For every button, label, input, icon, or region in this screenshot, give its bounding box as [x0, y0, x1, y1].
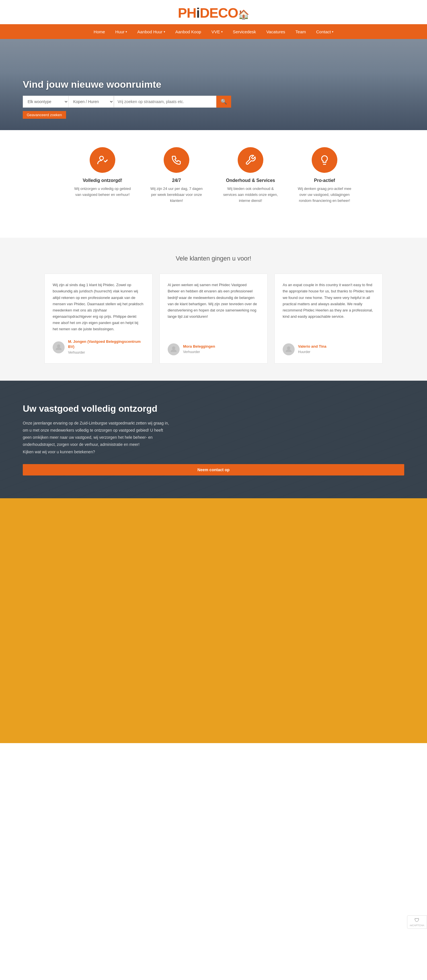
- author-role-2: Huurder: [298, 349, 326, 355]
- nav-home[interactable]: Home: [89, 24, 110, 39]
- nav-aanbod-huur[interactable]: Aanbod Huur ▾: [132, 24, 170, 39]
- author-name-1: Mora Beleggingen: [183, 344, 215, 349]
- nav-contact[interactable]: Contact ▾: [311, 24, 339, 39]
- testimonial-author-2: Valerio and Tina Huurder: [283, 344, 374, 355]
- author-role-1: Verhuurder: [183, 349, 215, 355]
- lightbulb-icon: [312, 147, 337, 173]
- author-role-0: Verhuurder: [68, 350, 144, 355]
- feature-ontzorgd: Volledig ontzorgd! Wij ontzorgen u volle…: [74, 147, 131, 204]
- svg-point-3: [287, 346, 290, 350]
- chevron-down-icon: ▾: [221, 30, 222, 33]
- logo[interactable]: PHiDECO🏠: [178, 5, 249, 21]
- svg-point-2: [172, 346, 175, 350]
- feature-title-0: Volledig ontzorgd!: [83, 178, 122, 183]
- svg-point-0: [100, 156, 103, 160]
- chevron-down-icon: ▾: [125, 30, 127, 33]
- testimonial-card-1: Al jaren werken wij samen met Phidec Vas…: [159, 274, 268, 364]
- chevron-down-icon: ▾: [163, 30, 165, 33]
- site-header: PHiDECO🏠: [0, 0, 427, 24]
- feature-desc-3: Wij denken graag pro-actief mee over uw …: [296, 186, 353, 204]
- feature-title-1: 24/7: [172, 178, 181, 183]
- nav-aanbod-koop[interactable]: Aanbod Koop: [170, 24, 206, 39]
- feature-247: 24/7 Wij zijn 24 uur per dag, 7 dagen pe…: [148, 147, 205, 204]
- feature-title-2: Onderhoud & Services: [226, 178, 275, 183]
- testimonial-text-2: As an expat couple in this country it wa…: [283, 282, 374, 337]
- chevron-down-icon: ▾: [332, 30, 333, 33]
- nav-servicedesk[interactable]: Servicedesk: [228, 24, 261, 39]
- avatar-0: [53, 341, 65, 353]
- hero-search-bar: Elk woontype Kopen / Huren 🔍: [23, 95, 427, 108]
- nav-vve[interactable]: VVE ▾: [206, 24, 228, 39]
- feature-desc-2: Wij bieden ook onderhoud & services aan …: [222, 186, 279, 204]
- avatar-2: [283, 344, 295, 355]
- action-type-select[interactable]: Kopen / Huren: [68, 95, 114, 108]
- testimonials-grid: Wij zijn al sinds dag 1 klant bij Phidec…: [23, 274, 404, 364]
- testimonial-text-1: Al jaren werken wij samen met Phidec Vas…: [168, 282, 259, 337]
- orange-section: [0, 498, 427, 743]
- search-icon: 🔍: [221, 99, 227, 105]
- testimonials-title: Vele klanten gingen u voor!: [23, 255, 404, 262]
- main-nav: Home Huur ▾ Aanbod Huur ▾ Aanbod Koop VV…: [0, 24, 427, 39]
- nav-team[interactable]: Team: [290, 24, 311, 39]
- prop-mgmt-title: Uw vastgoed volledig ontzorgd: [23, 403, 404, 414]
- contact-button[interactable]: Neem contact op: [23, 464, 404, 476]
- testimonial-card-0: Wij zijn al sinds dag 1 klant bij Phidec…: [44, 274, 152, 364]
- feature-proactief: Pro-actief Wij denken graag pro-actief m…: [296, 147, 353, 204]
- nav-vacatures[interactable]: Vacatures: [261, 24, 290, 39]
- nav-huur[interactable]: Huur ▾: [110, 24, 132, 39]
- testimonial-card-2: As an expat couple in this country it wa…: [275, 274, 383, 364]
- search-input[interactable]: [114, 95, 216, 108]
- feature-desc-1: Wij zijn 24 uur per dag, 7 dagen per wee…: [148, 186, 205, 204]
- svg-point-1: [57, 344, 60, 348]
- advanced-search-button[interactable]: Geavanceerd zoeken: [23, 111, 66, 119]
- testimonial-author-1: Mora Beleggingen Verhuurder: [168, 344, 259, 355]
- wrench-icon: [238, 147, 264, 173]
- search-button[interactable]: 🔍: [216, 95, 231, 108]
- features-section: Volledig ontzorgd! Wij ontzorgen u volle…: [0, 130, 427, 215]
- hero-section: Vind jouw nieuwe woonruimte Elk woontype…: [0, 39, 427, 130]
- avatar-1: [168, 344, 179, 355]
- property-type-select[interactable]: Elk woontype: [23, 95, 68, 108]
- feature-desc-0: Wij ontzorgen u volledig op gebied van v…: [74, 186, 131, 198]
- testimonial-text-0: Wij zijn al sinds dag 1 klant bij Phidec…: [53, 282, 144, 332]
- phone-icon: [163, 147, 189, 173]
- prop-mgmt-text: Onze jarenlange ervaring op de Zuid-Limb…: [23, 420, 171, 455]
- feature-onderhoud: Onderhoud & Services Wij bieden ook onde…: [222, 147, 279, 204]
- person-check-icon: [90, 147, 115, 173]
- testimonial-author-0: M. Jongen (Vastgoed Beleggingscentrum BV…: [53, 339, 144, 355]
- author-name-0: M. Jongen (Vastgoed Beleggingscentrum BV…: [68, 339, 144, 349]
- hero-title: Vind jouw nieuwe woonruimte: [23, 79, 427, 90]
- author-name-2: Valerio and Tina: [298, 344, 326, 349]
- feature-title-3: Pro-actief: [314, 178, 335, 183]
- property-mgmt-section: Uw vastgoed volledig ontzorgd Onze jaren…: [0, 381, 427, 498]
- testimonials-section: Vele klanten gingen u voor! Wij zijn al …: [0, 238, 427, 381]
